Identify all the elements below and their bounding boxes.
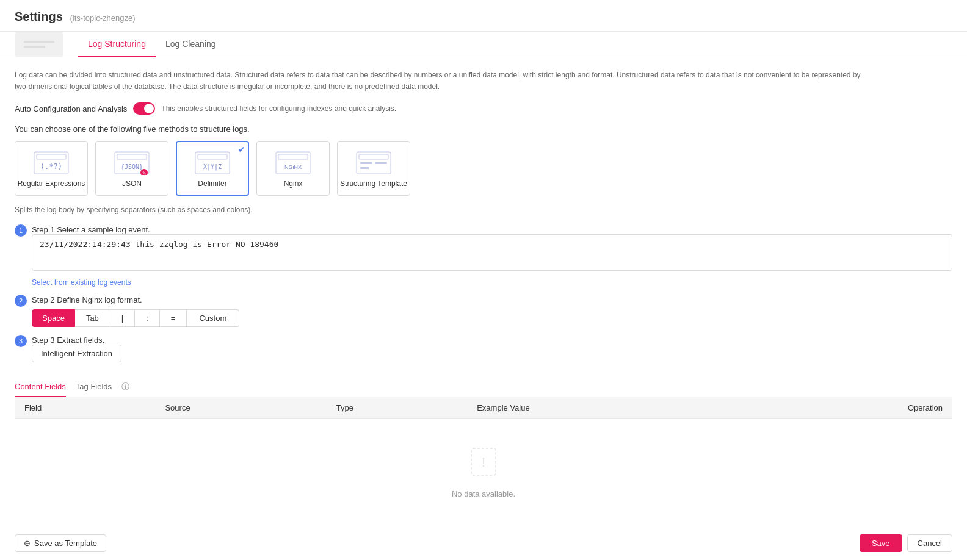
auto-config-desc: This enables structured fields for confi…	[161, 104, 396, 113]
method-card-json-label: JSON	[122, 179, 142, 188]
method-card-structuring-template[interactable]: Structuring Template	[337, 141, 410, 196]
page-title: Settings	[15, 10, 63, 23]
main-content: Log data can be divided into structured …	[0, 57, 967, 512]
svg-rect-3	[37, 154, 66, 159]
structuring-template-icon	[355, 149, 392, 177]
svg-rect-20	[360, 167, 369, 169]
step3-row: 3 Step 3 Extract fields. Intelligent Ext…	[15, 334, 952, 370]
method-prompt: You can choose one of the following five…	[15, 124, 952, 134]
delimiter-desc: Splits the log body by specifying separa…	[15, 206, 952, 214]
svg-rect-0	[24, 41, 54, 43]
delimiter-icon: X|Y|Z	[194, 149, 231, 177]
step2-badge: 2	[15, 295, 27, 307]
svg-rect-11	[198, 154, 227, 159]
nginx-icon: NGiNX	[275, 149, 311, 177]
method-card-structuring-template-label: Structuring Template	[340, 179, 407, 188]
svg-rect-18	[360, 162, 372, 164]
method-card-regex-label: Regular Expressions	[18, 179, 85, 188]
col-type: Type	[327, 397, 467, 419]
col-example-value: Example Value	[467, 397, 744, 419]
step2-content: Step 2 Define Nginx log format. Space Ta…	[32, 294, 952, 327]
svg-rect-6	[117, 154, 147, 159]
json-icon: {JSON} ✎	[114, 149, 150, 177]
step3-content: Step 3 Extract fields. Intelligent Extra…	[32, 334, 952, 370]
step1-content: Step 1 Select a sample log event. Select…	[32, 224, 952, 287]
svg-rect-10	[195, 152, 230, 174]
step1-badge: 1	[15, 224, 27, 237]
svg-text:NGiNX: NGiNX	[284, 164, 302, 170]
auto-config-row: Auto Configuration and Analysis This ena…	[15, 102, 952, 115]
page-subtitle: (lts-topic-zhengze)	[70, 13, 136, 23]
svg-text:✎: ✎	[142, 171, 147, 175]
step1-row: 1 Step 1 Select a sample log event. Sele…	[15, 224, 952, 287]
step1-label: Step 1 Select a sample log event.	[32, 224, 952, 234]
method-card-json[interactable]: {JSON} ✎ JSON	[95, 141, 168, 196]
logo-placeholder	[15, 32, 63, 57]
delimiter-checkmark: ✔	[238, 145, 245, 154]
page-header: Settings (lts-topic-zhengze)	[0, 0, 967, 32]
step3-badge: 3	[15, 335, 27, 347]
no-data-icon: !	[465, 443, 502, 482]
sub-tabs: Content Fields Tag Fields ⓘ	[15, 377, 952, 397]
svg-rect-14	[278, 154, 308, 159]
method-cards: (.*?) Regular Expressions {JSON} ✎ JSON …	[15, 141, 952, 196]
svg-text:{JSON}: {JSON}	[121, 163, 143, 170]
col-operation: Operation	[744, 397, 952, 419]
col-field: Field	[15, 397, 155, 419]
description-text: Log data can be divided into structured …	[15, 70, 869, 93]
tabs-bar: Log Structuring Log Cleaning	[0, 32, 967, 57]
method-card-nginx-label: Nginx	[284, 179, 303, 188]
help-icon[interactable]: ⓘ	[121, 381, 129, 392]
auto-config-toggle[interactable]	[133, 102, 155, 115]
sub-tab-content-fields[interactable]: Content Fields	[15, 377, 66, 397]
svg-rect-1	[24, 46, 45, 48]
intelligent-extraction-btn[interactable]: Intelligent Extraction	[32, 345, 121, 362]
col-source: Source	[155, 397, 326, 419]
sep-btn-tab[interactable]: Tab	[75, 309, 110, 327]
method-card-regex[interactable]: (.*?) Regular Expressions	[15, 141, 88, 196]
svg-text:X|Y|Z: X|Y|Z	[203, 163, 222, 171]
svg-rect-19	[375, 162, 387, 164]
sep-btn-pipe[interactable]: |	[110, 309, 135, 327]
svg-rect-17	[359, 154, 388, 159]
auto-config-label: Auto Configuration and Analysis	[15, 104, 127, 113]
method-card-nginx[interactable]: NGiNX Nginx	[256, 141, 330, 196]
sep-btn-equals[interactable]: =	[160, 309, 187, 327]
sub-tab-tag-fields[interactable]: Tag Fields	[76, 377, 112, 397]
regex-icon: (.*?)	[33, 149, 70, 177]
no-data-text: No data available.	[452, 489, 515, 498]
svg-text:!: !	[482, 454, 485, 470]
sep-btn-colon[interactable]: :	[135, 309, 160, 327]
step3-label: Step 3 Extract fields.	[32, 334, 952, 345]
method-card-delimiter-label: Delimiter	[198, 179, 226, 188]
sep-btn-space[interactable]: Space	[32, 309, 75, 327]
svg-text:(.*?): (.*?)	[40, 162, 62, 171]
separator-buttons: Space Tab | : = Custom	[32, 309, 952, 327]
fields-table: Field Source Type Example Value Operatio…	[15, 397, 952, 419]
svg-rect-13	[276, 152, 310, 174]
sep-btn-custom[interactable]: Custom	[187, 309, 239, 327]
tab-log-cleaning[interactable]: Log Cleaning	[156, 32, 226, 57]
sample-log-textarea[interactable]	[32, 234, 952, 271]
step2-label: Step 2 Define Nginx log format.	[32, 294, 952, 304]
tab-log-structuring[interactable]: Log Structuring	[78, 32, 156, 57]
step2-row: 2 Step 2 Define Nginx log format. Space …	[15, 294, 952, 327]
no-data-container: ! No data available.	[15, 419, 952, 512]
select-existing-link[interactable]: Select from existing log events	[32, 278, 131, 287]
method-card-delimiter[interactable]: ✔ X|Y|Z Delimiter	[176, 141, 249, 196]
